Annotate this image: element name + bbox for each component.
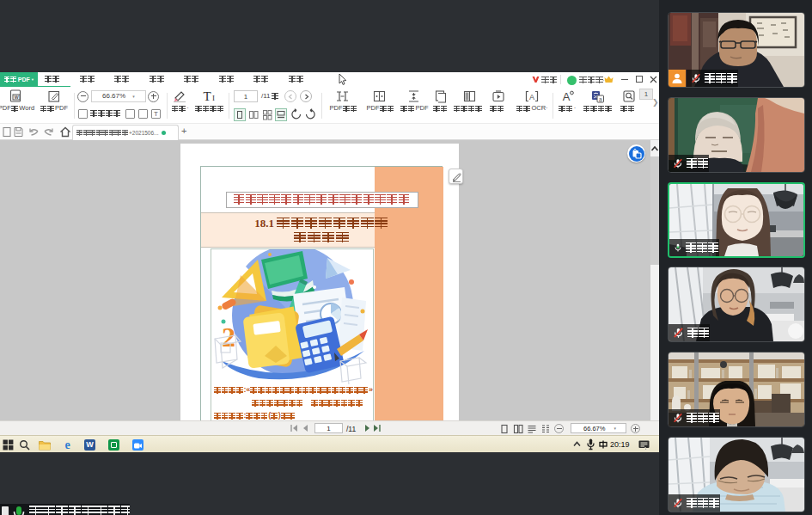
svg-text:I: I	[212, 94, 215, 102]
svg-text:a: a	[599, 96, 602, 102]
svg-text:A: A	[529, 93, 534, 101]
svg-text:T: T	[203, 89, 211, 103]
svg-text:A: A	[563, 90, 571, 103]
svg-text:W: W	[14, 95, 19, 100]
